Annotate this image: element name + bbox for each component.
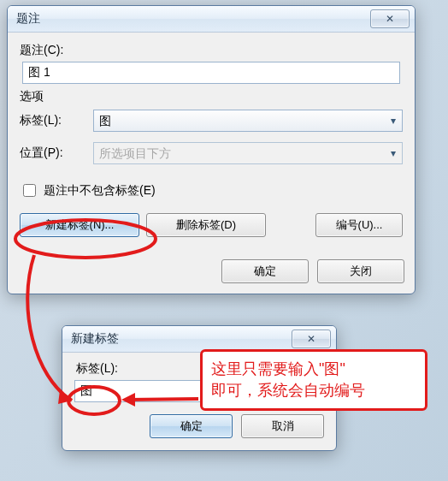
position-row-label: 位置(P):	[20, 145, 85, 161]
caption-input[interactable]	[22, 62, 400, 84]
label-select[interactable]: 图	[93, 110, 403, 132]
label-row-label: 标签(L):	[20, 113, 85, 128]
new-label-button[interactable]: 新建标签(N)...	[20, 213, 139, 237]
delete-label-button[interactable]: 删除标签(D)	[146, 213, 266, 237]
close-button[interactable]: 关闭	[317, 259, 404, 283]
window-title: 题注	[16, 11, 370, 27]
nl-cancel-button[interactable]: 取消	[241, 414, 324, 438]
annotation-callout: 这里只需要输入"图" 即可，系统会自动编号	[200, 349, 427, 411]
caption-dialog: 题注 ✕ 题注(C): 选项 标签(L): 图 位置(P): 所选项目下方 题注…	[7, 5, 416, 294]
exclude-label-checkbox[interactable]	[23, 184, 36, 197]
titlebar[interactable]: 题注 ✕	[8, 6, 415, 33]
window-title: 新建标签	[71, 331, 292, 347]
numbering-button[interactable]: 编号(U)...	[315, 213, 403, 237]
exclude-label-text: 题注中不包含标签(E)	[44, 183, 156, 199]
close-icon[interactable]: ✕	[370, 9, 410, 28]
options-title: 选项	[20, 89, 403, 104]
close-icon[interactable]: ✕	[292, 330, 331, 348]
ok-button[interactable]: 确定	[221, 259, 309, 283]
caption-label: 题注(C):	[20, 43, 403, 58]
position-select: 所选项目下方	[93, 142, 403, 164]
nl-ok-button[interactable]: 确定	[150, 414, 233, 438]
